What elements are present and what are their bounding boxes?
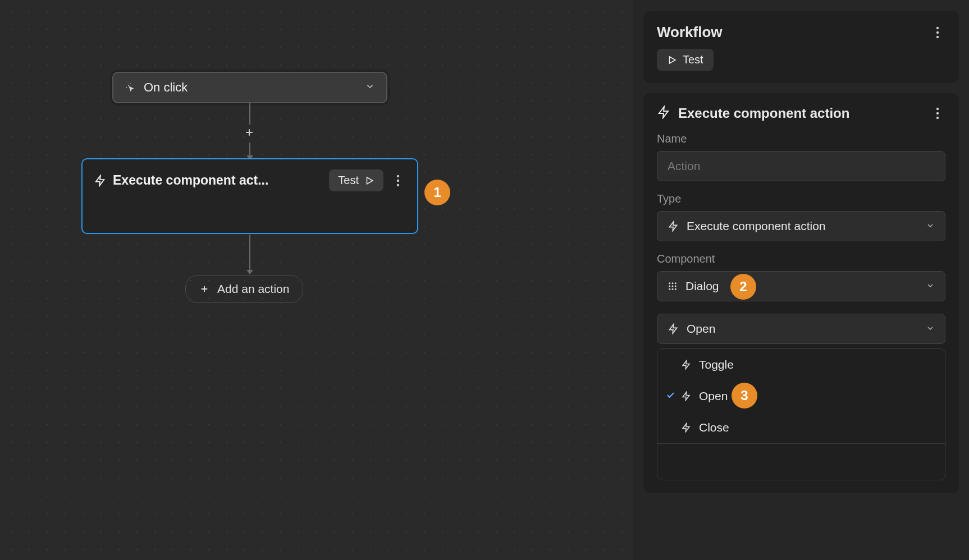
bolt-icon bbox=[681, 423, 691, 433]
connector-line bbox=[249, 235, 250, 274]
svg-point-6 bbox=[397, 183, 399, 186]
add-step-between-button[interactable] bbox=[239, 122, 259, 143]
chevron-down-icon bbox=[926, 219, 935, 233]
svg-point-5 bbox=[397, 179, 399, 181]
svg-point-4 bbox=[397, 175, 399, 177]
chevron-down-icon bbox=[926, 322, 935, 336]
component-value: Dialog bbox=[685, 279, 918, 293]
svg-marker-3 bbox=[367, 177, 373, 184]
component-icon bbox=[668, 281, 678, 291]
method-option-toggle[interactable]: Toggle bbox=[657, 349, 945, 380]
svg-point-7 bbox=[936, 26, 939, 29]
test-action-button[interactable]: Test bbox=[329, 169, 383, 191]
name-field[interactable] bbox=[657, 151, 945, 181]
workflow-canvas[interactable]: On click Execute component act... Test bbox=[0, 0, 633, 560]
svg-point-0 bbox=[128, 85, 129, 86]
svg-point-11 bbox=[936, 108, 939, 110]
trigger-label: On click bbox=[144, 80, 365, 95]
workflow-test-button[interactable]: Test bbox=[657, 49, 714, 71]
svg-point-22 bbox=[675, 288, 677, 290]
bolt-icon bbox=[668, 221, 679, 232]
svg-point-20 bbox=[669, 288, 670, 290]
workflow-test-label: Test bbox=[683, 53, 703, 66]
add-action-label: Add an action bbox=[217, 282, 289, 296]
method-value: Open bbox=[687, 322, 918, 336]
test-label: Test bbox=[338, 174, 359, 187]
type-value: Execute component action bbox=[687, 219, 918, 233]
more-options-button[interactable] bbox=[390, 175, 406, 187]
svg-point-19 bbox=[675, 286, 677, 287]
method-options-list: Toggle Open 3 Close bbox=[657, 348, 945, 480]
annotation-badge-2: 2 bbox=[730, 274, 756, 300]
name-field-label: Name bbox=[657, 132, 945, 145]
svg-point-13 bbox=[936, 117, 939, 119]
action-node-execute-component[interactable]: Execute component act... Test bbox=[81, 158, 418, 234]
svg-point-1 bbox=[126, 87, 127, 88]
chevron-down-icon bbox=[926, 279, 935, 293]
workflow-panel: Workflow Test bbox=[643, 11, 959, 83]
method-option-close[interactable]: Close bbox=[657, 412, 945, 443]
check-icon bbox=[665, 389, 675, 403]
action-config-title: Execute component action bbox=[678, 105, 849, 121]
svg-point-8 bbox=[936, 31, 939, 33]
svg-point-21 bbox=[672, 288, 674, 290]
type-select[interactable]: Execute component action bbox=[657, 211, 945, 241]
option-label: Toggle bbox=[699, 358, 734, 371]
svg-point-18 bbox=[672, 286, 674, 287]
svg-point-16 bbox=[675, 282, 677, 284]
option-label: Close bbox=[699, 421, 729, 434]
component-field-label: Component bbox=[657, 253, 945, 265]
svg-marker-10 bbox=[670, 57, 676, 63]
trigger-node[interactable]: On click bbox=[112, 72, 387, 103]
svg-point-14 bbox=[669, 282, 670, 284]
workflow-more-button[interactable] bbox=[930, 26, 945, 39]
svg-point-9 bbox=[936, 35, 939, 38]
annotation-badge-3: 3 bbox=[732, 383, 757, 408]
bolt-icon bbox=[94, 175, 106, 187]
bolt-icon bbox=[681, 360, 691, 370]
chevron-down-icon bbox=[365, 80, 375, 95]
action-node-title: Execute component act... bbox=[113, 173, 322, 188]
options-footer bbox=[657, 444, 945, 480]
add-action-button[interactable]: Add an action bbox=[185, 275, 303, 303]
connector-line bbox=[249, 103, 250, 125]
bolt-icon bbox=[668, 323, 679, 334]
type-field-label: Type bbox=[657, 192, 945, 205]
option-label: Open bbox=[699, 389, 728, 403]
click-icon bbox=[125, 82, 136, 93]
bolt-icon bbox=[657, 105, 670, 121]
name-input[interactable] bbox=[668, 159, 935, 173]
component-select[interactable]: Dialog 2 bbox=[657, 271, 945, 301]
annotation-badge-1: 1 bbox=[424, 180, 450, 205]
svg-point-2 bbox=[130, 84, 131, 85]
bolt-icon bbox=[681, 391, 691, 401]
svg-point-12 bbox=[936, 112, 939, 114]
svg-point-17 bbox=[669, 286, 670, 287]
connector-line bbox=[249, 143, 250, 159]
action-config-more-button[interactable] bbox=[930, 107, 945, 120]
svg-point-15 bbox=[672, 282, 674, 284]
workflow-title: Workflow bbox=[657, 24, 922, 41]
method-option-open[interactable]: Open 3 bbox=[657, 380, 945, 412]
inspector-sidebar: Workflow Test Execute component action bbox=[633, 0, 969, 560]
action-config-panel: Execute component action Name Type Execu… bbox=[643, 93, 959, 493]
method-select[interactable]: Open bbox=[657, 314, 945, 344]
